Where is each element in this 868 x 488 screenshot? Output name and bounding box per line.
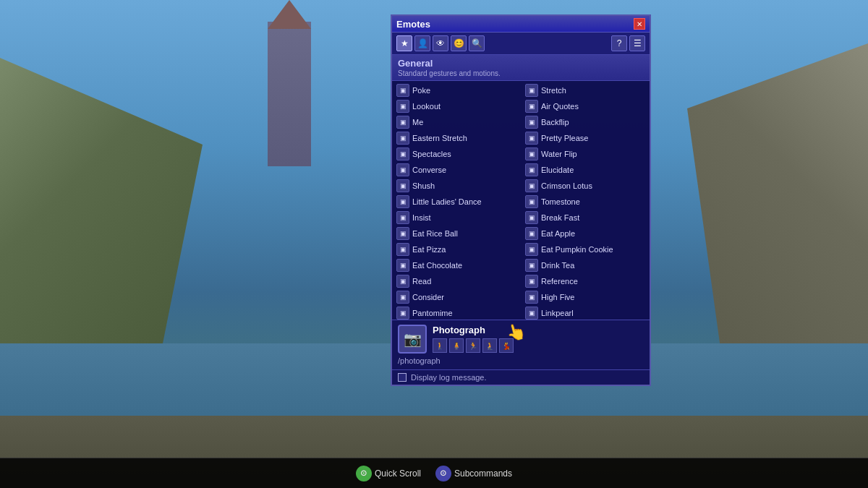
emote-item[interactable]: ▣Eat Chocolate: [392, 257, 521, 273]
quick-scroll-button[interactable]: ⊙ Quick Scroll: [356, 466, 421, 481]
toolbar-favorites-icon[interactable]: ★: [396, 35, 412, 51]
section-title: General: [398, 58, 644, 69]
emote-list: ▣Poke▣Stretch▣Lookout▣Air Quotes▣Me▣Back…: [392, 81, 650, 320]
toolbar-search-icon[interactable]: 🔍: [469, 35, 485, 51]
emote-icon: ▣: [525, 132, 538, 145]
emote-icon: ▣: [396, 243, 409, 256]
footer-checkbox[interactable]: [398, 373, 407, 382]
emote-name: Poke: [412, 86, 430, 95]
emote-name: Converse: [412, 166, 446, 174]
emote-icon: ▣: [525, 227, 538, 240]
emote-item[interactable]: ▣Tomestone: [521, 194, 650, 210]
emote-icon: ▣: [525, 179, 538, 192]
emote-item[interactable]: ▣Insist: [392, 210, 521, 226]
emote-icon: ▣: [396, 147, 409, 160]
emote-item[interactable]: ▣Elucidate: [521, 162, 650, 178]
emote-item[interactable]: ▣Consider: [392, 289, 521, 305]
emote-item[interactable]: ▣Eat Rice Ball: [392, 226, 521, 241]
emote-item[interactable]: ▣Air Quotes: [521, 98, 650, 114]
emote-name: Break Fast: [541, 213, 579, 222]
emote-icon: ▣: [525, 84, 538, 97]
emote-item[interactable]: ▣Drink Tea: [521, 257, 650, 273]
panel-titlebar: Emotes ✕: [392, 16, 650, 33]
emote-icon: ▣: [396, 195, 409, 208]
emote-icon: ▣: [525, 195, 538, 208]
emote-name: Eat Pumpkin Cookie: [541, 245, 613, 254]
emote-item[interactable]: ▣Water Flip: [521, 146, 650, 162]
close-button[interactable]: ✕: [634, 18, 645, 30]
emote-icon: ▣: [396, 307, 409, 320]
toolbar-menu-icon[interactable]: ☰: [629, 35, 645, 51]
emote-icon: ▣: [396, 275, 409, 288]
emote-item[interactable]: ▣Linkpearl: [521, 305, 650, 320]
emote-name: Crimson Lotus: [541, 181, 592, 190]
toolbar-emote-icon[interactable]: 😊: [451, 35, 467, 51]
emote-name: Water Flip: [541, 150, 577, 158]
section-desc: Standard gestures and motions.: [398, 69, 644, 77]
emote-icon: ▣: [525, 211, 538, 224]
detail-icon-large: 📷: [398, 325, 427, 354]
emote-item[interactable]: ▣Backflip: [521, 114, 650, 130]
emote-item[interactable]: ▣Spectacles: [392, 146, 521, 162]
bottom-bar: ⊙ Quick Scroll ⊙ Subcommands: [0, 458, 868, 488]
panel-title: Emotes: [396, 19, 430, 30]
emote-icon: ▣: [396, 100, 409, 113]
detail-motion-icon3: 🏃: [466, 338, 480, 353]
emote-item[interactable]: ▣Shush: [392, 178, 521, 194]
emote-item[interactable]: ▣Read: [392, 273, 521, 289]
toolbar-help-icon[interactable]: ?: [611, 35, 627, 51]
emote-item[interactable]: ▣Stretch: [521, 82, 650, 98]
emote-name: Pantomime: [412, 309, 453, 317]
emote-icon: ▣: [525, 147, 538, 160]
emote-item[interactable]: ▣Crimson Lotus: [521, 178, 650, 194]
emote-item[interactable]: ▣High Five: [521, 289, 650, 305]
emote-name: Me: [412, 118, 423, 127]
emote-item[interactable]: ▣Break Fast: [521, 210, 650, 226]
castle: [217, 22, 362, 239]
emote-item[interactable]: ▣Reference: [521, 273, 650, 289]
emote-item[interactable]: ▣Me: [392, 114, 521, 130]
emote-name: Tomestone: [541, 197, 580, 206]
detail-icons-row: 🚶 🧍 🏃 🧎 💃: [433, 338, 644, 353]
emote-item[interactable]: ▣Poke: [392, 82, 521, 98]
emote-item[interactable]: ▣Converse: [392, 162, 521, 178]
toolbar-player-icon[interactable]: 👤: [414, 35, 430, 51]
emote-name: Elucidate: [541, 166, 574, 174]
subcommands-button[interactable]: ⊙ Subcommands: [435, 466, 512, 481]
castle-tower: [268, 22, 311, 166]
section-header: General Standard gestures and motions.: [392, 55, 650, 81]
panel-footer: Display log message.: [392, 369, 650, 385]
emote-item[interactable]: ▣Eat Pizza: [392, 241, 521, 257]
emote-icon: ▣: [525, 259, 538, 272]
emote-name: Shush: [412, 181, 435, 190]
emote-item[interactable]: ▣Eastern Stretch: [392, 130, 521, 146]
emote-icon: ▣: [396, 132, 409, 145]
subcommands-icon: ⊙: [435, 466, 451, 481]
emote-item[interactable]: ▣Lookout: [392, 98, 521, 114]
emote-icon: ▣: [396, 291, 409, 304]
emote-icon: ▣: [396, 179, 409, 192]
emote-item[interactable]: ▣Little Ladies' Dance: [392, 194, 521, 210]
emote-name: Little Ladies' Dance: [412, 197, 482, 206]
emote-item[interactable]: ▣Eat Apple: [521, 226, 650, 241]
emote-item[interactable]: ▣Pretty Please: [521, 130, 650, 146]
emote-icon: ▣: [525, 291, 538, 304]
emote-icon: ▣: [525, 116, 538, 129]
emote-name: Insist: [412, 213, 431, 222]
subcommands-label: Subcommands: [454, 468, 512, 479]
emote-name: Eat Rice Ball: [412, 229, 458, 238]
emote-name: Pretty Please: [541, 134, 588, 142]
toolbar-eye-icon[interactable]: 👁: [433, 35, 448, 51]
emote-item[interactable]: ▣Pantomime: [392, 305, 521, 320]
emote-item[interactable]: ▣Eat Pumpkin Cookie: [521, 241, 650, 257]
emote-name: Eastern Stretch: [412, 134, 467, 142]
emote-name: Backflip: [541, 118, 569, 127]
emote-name: Linkpearl: [541, 309, 574, 317]
castle-top: [268, 0, 311, 29]
emote-name: Air Quotes: [541, 102, 579, 111]
footer-text: Display log message.: [411, 373, 487, 382]
detail-command: /photograph: [398, 356, 644, 365]
emote-icon: ▣: [396, 211, 409, 224]
emote-name: Eat Apple: [541, 229, 575, 238]
emote-name: Read: [412, 277, 431, 286]
